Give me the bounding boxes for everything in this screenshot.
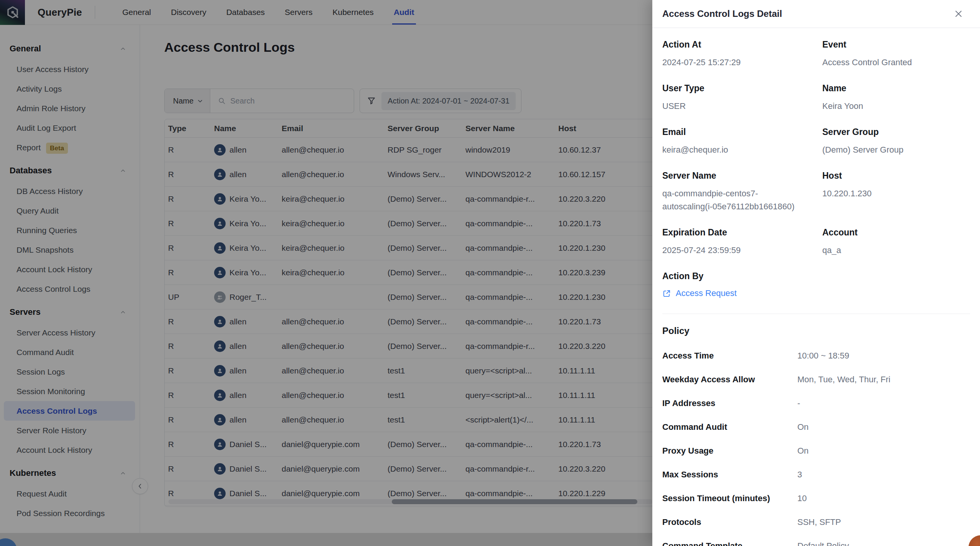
policy-label: Command Template <box>662 541 797 546</box>
detail-field-user-type: User TypeUSER <box>662 83 822 113</box>
field-value: Keira Yoon <box>822 100 968 113</box>
field-label: Email <box>662 127 822 137</box>
detail-panel: Access Control Logs Detail Action At2024… <box>652 0 980 546</box>
field-value: 10.220.1.230 <box>822 187 968 200</box>
policy-label: Proxy Usage <box>662 446 797 456</box>
policy-label: IP Addresses <box>662 398 797 408</box>
policy-label: Weekday Access Allow <box>662 375 797 385</box>
field-label: Expiration Date <box>662 227 822 238</box>
detail-field-row: Emailkeira@chequer.ioServer Group(Demo) … <box>662 127 970 156</box>
field-label: Account <box>822 227 970 238</box>
policy-value: - <box>797 398 800 408</box>
policy-row-protocols: ProtocolsSSH, SFTP <box>662 517 970 527</box>
app-root: QueryPie GeneralDiscoveryDatabasesServer… <box>0 0 980 546</box>
detail-panel-body: Action At2024-07-25 15:27:29EventAccess … <box>652 28 980 546</box>
detail-panel-header: Access Control Logs Detail <box>652 0 980 28</box>
field-value: 2025-07-24 23:59:59 <box>662 244 808 257</box>
detail-field-expiration-date: Expiration Date2025-07-24 23:59:59 <box>662 227 822 257</box>
detail-field-row: User TypeUSERNameKeira Yoon <box>662 83 970 113</box>
detail-field-row: Expiration Date2025-07-24 23:59:59Accoun… <box>662 227 970 257</box>
policy-value: On <box>797 446 808 456</box>
field-label: Server Name <box>662 171 822 181</box>
policy-label: Session Timeout (minutes) <box>662 493 797 503</box>
access-request-label: Access Request <box>676 288 737 298</box>
detail-fields: Action At2024-07-25 15:27:29EventAccess … <box>662 39 970 257</box>
field-label: Host <box>822 171 970 181</box>
policy-row-access-time: Access Time10:00 ~ 18:59 <box>662 351 970 361</box>
policy-value: 3 <box>797 470 802 480</box>
detail-field-action-at: Action At2024-07-25 15:27:29 <box>662 39 822 69</box>
detail-field-row: Action At2024-07-25 15:27:29EventAccess … <box>662 39 970 69</box>
external-link-icon <box>662 289 671 298</box>
policy-value: 10 <box>797 493 807 503</box>
action-by-field: Action By Access Request <box>662 271 822 298</box>
policy-section-title: Policy <box>662 326 970 336</box>
policy-value: On <box>797 422 808 432</box>
policy-label: Protocols <box>662 517 797 527</box>
policy-row-proxy-usage: Proxy UsageOn <box>662 446 970 456</box>
field-value: Access Control Granted <box>822 56 968 69</box>
detail-field-name: NameKeira Yoon <box>822 83 970 113</box>
field-value: qa-commandpie-centos7-autoscaling(i-05e7… <box>662 187 808 213</box>
detail-field-email: Emailkeira@chequer.io <box>662 127 822 156</box>
policy-rows: Access Time10:00 ~ 18:59Weekday Access A… <box>662 351 970 546</box>
policy-row-session-timeout-minutes-: Session Timeout (minutes)10 <box>662 493 970 503</box>
field-value: USER <box>662 100 808 113</box>
field-label: User Type <box>662 83 822 94</box>
policy-label: Max Sessions <box>662 470 797 480</box>
policy-value: Default Policy <box>797 541 849 546</box>
policy-label: Command Audit <box>662 422 797 432</box>
field-label: Server Group <box>822 127 970 137</box>
policy-row-command-audit: Command AuditOn <box>662 422 970 432</box>
field-value: qa_a <box>822 244 968 257</box>
policy-value: SSH, SFTP <box>797 517 841 527</box>
detail-field-row: Server Nameqa-commandpie-centos7-autosca… <box>662 171 970 213</box>
close-button[interactable] <box>954 9 963 18</box>
action-by-group: Action By Access Request <box>662 271 970 298</box>
policy-value: Mon, Tue, Wed, Thur, Fri <box>797 375 891 385</box>
detail-field-server-group: Server Group(Demo) Server Group <box>822 127 970 156</box>
policy-row-ip-addresses: IP Addresses- <box>662 398 970 408</box>
field-label: Action By <box>662 271 822 281</box>
detail-panel-title: Access Control Logs Detail <box>662 8 782 19</box>
policy-label: Access Time <box>662 351 797 361</box>
policy-row-weekday-access-allow: Weekday Access AllowMon, Tue, Wed, Thur,… <box>662 375 970 385</box>
field-label: Name <box>822 83 970 94</box>
access-request-link[interactable]: Access Request <box>662 288 822 298</box>
policy-row-command-template: Command TemplateDefault Policy <box>662 541 970 546</box>
detail-field-host: Host10.220.1.230 <box>822 171 970 213</box>
detail-field-server-name: Server Nameqa-commandpie-centos7-autosca… <box>662 171 822 213</box>
field-value: (Demo) Server Group <box>822 143 968 156</box>
policy-row-max-sessions: Max Sessions3 <box>662 470 970 480</box>
close-icon <box>954 9 963 18</box>
detail-field-account: Accountqa_a <box>822 227 970 257</box>
panel-divider <box>662 314 970 314</box>
field-value: 2024-07-25 15:27:29 <box>662 56 808 69</box>
detail-field-event: EventAccess Control Granted <box>822 39 970 69</box>
policy-value: 10:00 ~ 18:59 <box>797 351 849 361</box>
field-label: Action At <box>662 39 822 50</box>
field-value: keira@chequer.io <box>662 143 808 156</box>
field-label: Event <box>822 39 970 50</box>
